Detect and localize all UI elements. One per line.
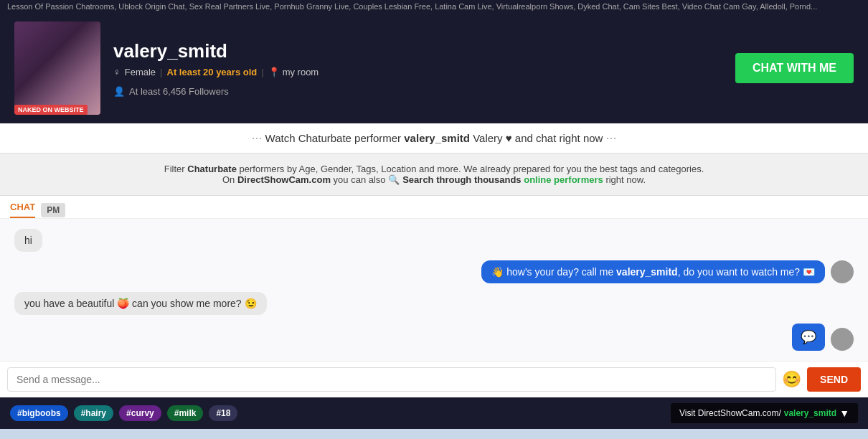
chevron-down-icon: ▼ [839, 407, 849, 419]
filter-line1: Filter Chaturbate performers by Age, Gen… [22, 164, 846, 174]
profile-meta: ♀ Female | At least 20 years old | 📍 my … [113, 67, 722, 77]
filter-text4: you can also [334, 174, 389, 185]
tags-list: #bigboobs #hairy #curvy #milk #18 [10, 405, 237, 421]
send-button[interactable]: SEND [807, 367, 861, 392]
search-icon: 🔍 [388, 174, 400, 185]
chat-messages: hi 👋 how's your day? call me valery_smit… [0, 219, 868, 361]
filter-bar: Filter Chaturbate performers by Age, Gen… [0, 154, 868, 196]
followers-label: At least 6,456 Followers [129, 86, 229, 97]
chat-message-2: 👋 how's your day? call me valery_smitd, … [481, 260, 854, 283]
avatar-4 [831, 328, 854, 351]
watch-text1: Watch Chaturbate performer [265, 132, 402, 144]
visit-banner[interactable]: Visit DirectShowCam.com/ valery_smitd ▼ [671, 403, 858, 423]
search-link[interactable]: 🔍 Search through thousands [388, 174, 521, 185]
search-bold: Search through thousands [402, 174, 521, 185]
chat-input-bar: 😊 SEND [0, 361, 868, 397]
chat-message-3: you have a beautiful 🍑 can you show me m… [14, 292, 267, 315]
tag-bigboobs[interactable]: #bigboobs [10, 405, 68, 421]
visit-text: Visit DirectShowCam.com/ [679, 408, 781, 418]
msg-icon-bubble-4: 💬 [792, 324, 825, 351]
age-label: At least 20 years old [167, 67, 258, 77]
naked-badge: NAKED ON WEBSITE [14, 105, 88, 115]
filter-text5: right now. [605, 174, 646, 185]
profile-username: valery_smitd [113, 40, 722, 62]
tag-curvy[interactable]: #curvy [119, 405, 161, 421]
tab-chat[interactable]: CHAT [10, 202, 35, 218]
profile-info: valery_smitd ♀ Female | At least 20 year… [113, 40, 722, 97]
msg-bubble-left-3: you have a beautiful 🍑 can you show me m… [14, 292, 267, 315]
filter-line2: On DirectShowCam.com you can also 🔍 Sear… [22, 174, 846, 185]
followers-icon: 👤 [113, 86, 125, 97]
profile-section: NAKED ON WEBSITE valery_smitd ♀ Female |… [0, 13, 868, 123]
room-link[interactable]: 📍 my room [268, 67, 319, 77]
filter-text2: performers by Age, Gender, Tags, Locatio… [240, 164, 704, 174]
msg-bubble-right-2: 👋 how's your day? call me valery_smitd, … [481, 260, 825, 283]
top-bar-links: Lesson Of Passion Chatrooms, Ublock Orig… [7, 2, 817, 11]
followers: 👤 At least 6,456 Followers [113, 86, 722, 97]
chat-message-4: 💬 [792, 324, 854, 351]
top-bar: Lesson Of Passion Chatrooms, Ublock Orig… [0, 0, 868, 13]
gender-label: Female [125, 67, 156, 77]
filter-text1: Filter [164, 164, 185, 174]
filter-brand: Chaturbate [187, 164, 237, 174]
profile-avatar: NAKED ON WEBSITE [14, 22, 100, 115]
emoji-button[interactable]: 😊 [782, 370, 801, 389]
tag-milk[interactable]: #milk [167, 405, 204, 421]
watch-performer: valery_smitd [404, 132, 470, 144]
gender-icon: ♀ [113, 67, 121, 77]
tag-hairy[interactable]: #hairy [74, 405, 113, 421]
watch-text2: Valery ♥ and chat right now [473, 132, 605, 144]
tag-18[interactable]: #18 [209, 405, 237, 421]
visit-highlight: valery_smitd [784, 408, 836, 418]
chat-with-me-button[interactable]: CHAT WITH ME [735, 53, 854, 83]
filter-text3: On [222, 174, 237, 185]
chat-tabs: CHAT PM [0, 196, 868, 219]
dots-left: ··· [251, 131, 262, 145]
meta-separator2: | [261, 67, 263, 77]
chat-message-1: hi [14, 229, 42, 252]
meta-separator: | [160, 67, 162, 77]
dots-right: ··· [606, 131, 617, 145]
message-input[interactable] [7, 367, 776, 392]
chat-area: CHAT PM hi 👋 how's your day? call me val… [0, 196, 868, 397]
room-label: my room [283, 67, 319, 77]
avatar-2 [831, 260, 854, 283]
tags-bar: #bigboobs #hairy #curvy #milk #18 Visit … [0, 397, 868, 429]
online-performers-link[interactable]: online performers [524, 174, 603, 185]
tab-pm[interactable]: PM [41, 203, 65, 217]
pin-icon: 📍 [268, 67, 280, 77]
msg-bubble-left-1: hi [14, 229, 42, 252]
watch-bar: ··· Watch Chaturbate performer valery_sm… [0, 123, 868, 154]
filter-site[interactable]: DirectShowCam.com [237, 174, 331, 185]
